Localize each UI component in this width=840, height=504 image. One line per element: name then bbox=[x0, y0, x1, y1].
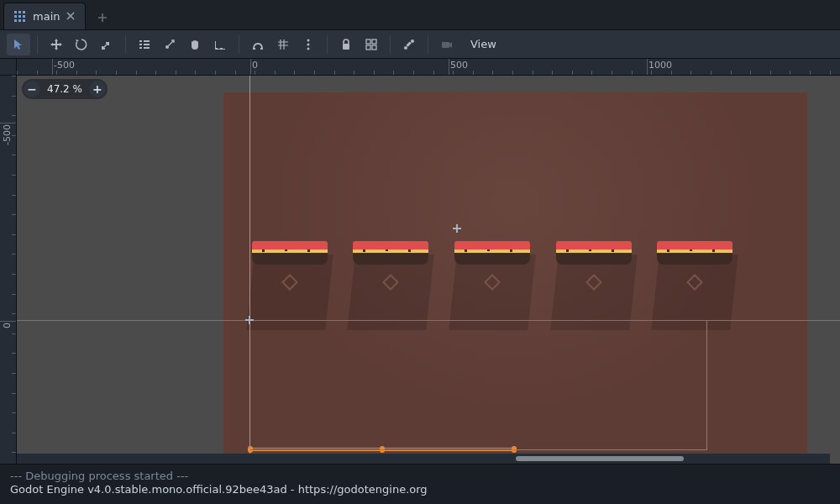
camera-rect bbox=[249, 320, 707, 450]
svg-rect-17 bbox=[260, 48, 263, 50]
y-axis-line bbox=[249, 76, 250, 454]
svg-rect-4 bbox=[18, 15, 21, 18]
ruler-tool-button[interactable] bbox=[208, 34, 232, 55]
svg-rect-16 bbox=[253, 48, 255, 50]
svg-rect-29 bbox=[442, 42, 449, 48]
ruler-horizontal[interactable]: -50005001000 bbox=[17, 59, 840, 76]
select-tool-button[interactable] bbox=[7, 34, 30, 55]
svg-rect-0 bbox=[14, 11, 17, 13]
canvas-2d-editor: -50005001000 -5000 − 47.2 % + bbox=[0, 59, 840, 464]
svg-rect-13 bbox=[144, 44, 150, 45]
zoom-control: − 47.2 % + bbox=[22, 79, 108, 99]
view-menu-button[interactable]: View bbox=[460, 34, 507, 55]
close-icon[interactable] bbox=[66, 10, 75, 23]
list-select-button[interactable] bbox=[133, 34, 156, 55]
svg-point-26 bbox=[404, 46, 407, 50]
svg-rect-2 bbox=[23, 11, 25, 13]
canvas-toolbar: View bbox=[0, 30, 840, 59]
svg-rect-28 bbox=[406, 41, 411, 46]
horizontal-scrollbar[interactable] bbox=[17, 454, 830, 464]
output-line: --- Debugging process started --- bbox=[10, 470, 188, 482]
add-scene-button[interactable] bbox=[91, 6, 114, 29]
svg-rect-10 bbox=[139, 44, 142, 45]
svg-point-19 bbox=[307, 43, 310, 45]
svg-rect-1 bbox=[18, 11, 21, 13]
svg-rect-25 bbox=[372, 45, 376, 50]
canvas-viewport[interactable]: − 47.2 % + bbox=[17, 76, 840, 454]
svg-rect-11 bbox=[139, 47, 142, 49]
zoom-out-button[interactable]: − bbox=[24, 81, 40, 97]
svg-rect-21 bbox=[343, 44, 349, 50]
svg-rect-7 bbox=[18, 19, 21, 22]
origin-anchor-icon bbox=[245, 316, 254, 324]
x-axis-line bbox=[17, 320, 840, 321]
svg-rect-12 bbox=[144, 40, 150, 42]
move-tool-button[interactable] bbox=[45, 34, 68, 55]
svg-rect-22 bbox=[366, 39, 370, 44]
svg-rect-5 bbox=[23, 15, 25, 18]
scene-tab-main[interactable]: main bbox=[3, 3, 86, 29]
scene-tab-label: main bbox=[33, 10, 60, 23]
pivot-tool-button[interactable] bbox=[158, 34, 181, 55]
svg-rect-14 bbox=[144, 47, 150, 49]
zoom-value[interactable]: 47.2 % bbox=[45, 83, 84, 95]
group-button[interactable] bbox=[360, 34, 383, 55]
svg-point-27 bbox=[411, 39, 414, 43]
scale-tool-button[interactable] bbox=[95, 34, 118, 55]
output-line: Godot Engine v4.0.stable.mono.official.9… bbox=[10, 483, 428, 496]
svg-rect-3 bbox=[14, 15, 17, 18]
bone-button[interactable] bbox=[397, 34, 421, 55]
scene-grid-icon bbox=[14, 11, 26, 23]
snap-options-button[interactable] bbox=[297, 34, 320, 55]
svg-point-18 bbox=[307, 39, 310, 41]
node-anchor-icon bbox=[453, 224, 461, 233]
rotate-tool-button[interactable] bbox=[70, 34, 93, 55]
svg-point-20 bbox=[307, 47, 310, 50]
svg-rect-24 bbox=[366, 45, 370, 50]
ruler-vertical[interactable]: -5000 bbox=[0, 76, 17, 464]
grid-snap-button[interactable] bbox=[271, 34, 295, 55]
pan-tool-button[interactable] bbox=[183, 34, 207, 55]
svg-rect-23 bbox=[372, 39, 376, 44]
zoom-in-button[interactable]: + bbox=[89, 81, 106, 97]
scrollbar-thumb[interactable] bbox=[516, 456, 684, 461]
lock-button[interactable] bbox=[334, 34, 358, 55]
scene-tab-bar: main bbox=[0, 0, 840, 30]
smart-snap-button[interactable] bbox=[246, 34, 270, 55]
view-menu-label: View bbox=[470, 38, 496, 50]
camera-preview-button[interactable] bbox=[435, 34, 459, 55]
svg-rect-8 bbox=[23, 19, 25, 22]
svg-rect-6 bbox=[14, 19, 17, 22]
svg-rect-9 bbox=[139, 40, 142, 42]
ruler-corner bbox=[0, 59, 17, 76]
output-panel: --- Debugging process started --- Godot … bbox=[0, 464, 840, 504]
